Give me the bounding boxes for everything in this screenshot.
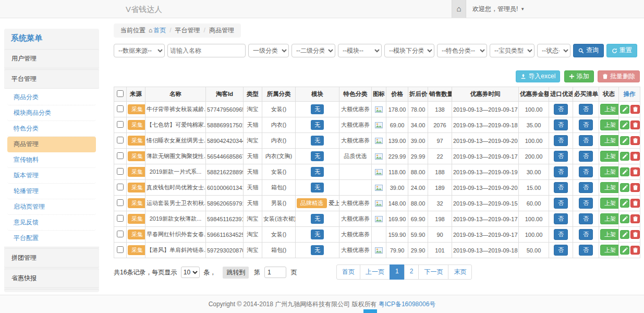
edit-button[interactable] <box>620 152 629 161</box>
row-checkbox[interactable] <box>117 184 124 190</box>
user-menu[interactable]: 欢迎您，管理员!▼ <box>472 0 525 18</box>
sidebar-group[interactable]: 拼团管理 <box>4 248 99 268</box>
filter-select-5[interactable]: --宝贝类型-- <box>490 44 534 57</box>
must-buy-button[interactable]: 否 <box>579 104 593 115</box>
sidebar-item[interactable]: 宣传物料 <box>7 152 96 168</box>
edit-button[interactable] <box>620 136 629 145</box>
status-button[interactable]: 上架 <box>600 229 619 240</box>
breadcrumb-home-link[interactable]: 首页 <box>153 27 166 34</box>
must-buy-button[interactable]: 否 <box>579 151 593 162</box>
batch-delete-button[interactable]: 批量删除 <box>598 70 640 82</box>
delete-button[interactable] <box>630 183 640 192</box>
import-choice-button[interactable]: 否 <box>554 229 568 240</box>
edit-button[interactable] <box>620 167 629 176</box>
row-checkbox[interactable] <box>117 215 124 222</box>
status-button[interactable]: 上架 <box>600 213 619 224</box>
import-choice-button[interactable]: 否 <box>554 166 568 177</box>
status-button[interactable]: 上架 <box>600 245 619 256</box>
import-choice-button[interactable]: 否 <box>554 119 568 130</box>
edit-button[interactable] <box>620 246 629 255</box>
sidebar-item[interactable]: 版本管理 <box>7 168 96 184</box>
search-input[interactable] <box>167 44 246 57</box>
status-button[interactable]: 上架 <box>600 135 619 146</box>
status-button[interactable]: 上架 <box>600 151 619 162</box>
pagination-button[interactable]: 1 <box>390 264 405 280</box>
per-page-select[interactable]: 10 <box>181 267 200 278</box>
sidebar-item[interactable]: 平台配置 <box>7 231 96 246</box>
must-buy-button[interactable]: 否 <box>579 119 593 130</box>
edit-button[interactable] <box>620 230 629 239</box>
sidebar-item[interactable]: 启动页管理 <box>7 199 96 215</box>
delete-button[interactable] <box>630 246 640 255</box>
import-choice-button[interactable]: 否 <box>554 198 568 209</box>
delete-button[interactable] <box>630 214 640 223</box>
filter-select-0[interactable]: 一级分类 <box>248 44 289 57</box>
filter-select-4[interactable]: --特色分类-- <box>437 44 487 57</box>
row-checkbox[interactable] <box>117 152 124 159</box>
select-all-checkbox[interactable] <box>117 90 124 97</box>
query-button[interactable]: 查询 <box>573 44 604 57</box>
must-buy-button[interactable]: 否 <box>579 213 593 224</box>
sidebar-group[interactable]: 消息管理 <box>4 289 99 292</box>
row-checkbox[interactable] <box>117 137 124 143</box>
must-buy-button[interactable]: 否 <box>579 135 593 146</box>
delete-button[interactable] <box>630 136 640 145</box>
sidebar-item[interactable]: 轮播管理 <box>7 184 96 199</box>
sidebar-item[interactable]: 商品管理 <box>7 137 96 152</box>
status-button[interactable]: 上架 <box>600 119 619 130</box>
edit-button[interactable] <box>620 214 629 223</box>
pagination-button[interactable]: 末页 <box>448 264 472 280</box>
pagination-button[interactable]: 上一页 <box>360 264 390 280</box>
icp-link[interactable]: 粤ICP备16098006号 <box>379 300 435 308</box>
sidebar-item[interactable]: 模块商品分类 <box>7 105 96 121</box>
pagination-button[interactable]: 下一页 <box>418 264 448 280</box>
page-number-input[interactable] <box>264 267 286 278</box>
status-button[interactable]: 上架 <box>600 166 619 177</box>
reset-button[interactable]: 重置 <box>606 44 637 57</box>
sidebar-item[interactable]: 特色分类 <box>7 121 96 137</box>
edit-button[interactable] <box>620 121 629 129</box>
sidebar-group[interactable]: 用户管理 <box>4 49 99 68</box>
row-checkbox[interactable] <box>117 199 124 206</box>
row-checkbox[interactable] <box>117 121 124 128</box>
filter-select-source[interactable]: --数据来源-- <box>114 44 165 57</box>
import-choice-button[interactable]: 否 <box>554 213 568 224</box>
must-buy-button[interactable]: 否 <box>579 245 593 256</box>
import-choice-button[interactable]: 否 <box>554 151 568 162</box>
import-choice-button[interactable]: 否 <box>554 182 568 193</box>
row-checkbox[interactable] <box>117 105 124 112</box>
filter-select-2[interactable]: --模块-- <box>338 44 382 57</box>
sidebar-group[interactable]: 平台管理 <box>4 69 99 89</box>
status-button[interactable]: 上架 <box>600 198 619 209</box>
must-buy-button[interactable]: 否 <box>579 166 593 177</box>
import-choice-button[interactable]: 否 <box>554 104 568 115</box>
delete-button[interactable] <box>630 105 640 114</box>
delete-button[interactable] <box>630 230 640 239</box>
delete-button[interactable] <box>630 152 640 161</box>
delete-button[interactable] <box>630 199 640 208</box>
filter-select-1[interactable]: --二级分类-- <box>291 44 335 57</box>
row-checkbox[interactable] <box>117 246 124 253</box>
row-checkbox[interactable] <box>117 168 124 175</box>
must-buy-button[interactable]: 否 <box>579 229 593 240</box>
filter-select-6[interactable]: --状态-- <box>537 44 570 57</box>
import-choice-button[interactable]: 否 <box>554 135 568 146</box>
sidebar-group[interactable]: 省惠快报 <box>4 269 99 288</box>
add-button[interactable]: 添加 <box>564 70 594 82</box>
edit-button[interactable] <box>620 199 629 208</box>
pagination-button[interactable]: 首页 <box>336 264 360 280</box>
must-buy-button[interactable]: 否 <box>579 198 593 209</box>
status-button[interactable]: 上架 <box>600 182 619 193</box>
delete-button[interactable] <box>630 121 640 129</box>
pagination-button[interactable]: 2 <box>404 264 419 280</box>
home-icon[interactable]: ⌂ <box>452 0 466 18</box>
must-buy-button[interactable]: 否 <box>579 182 593 193</box>
filter-select-3[interactable]: --模块下分类-- <box>384 44 434 57</box>
jump-button[interactable]: 跳转到 <box>223 267 249 279</box>
import-excel-button[interactable]: 导入excel <box>516 70 560 82</box>
import-choice-button[interactable]: 否 <box>554 245 568 256</box>
edit-button[interactable] <box>620 105 629 114</box>
status-button[interactable]: 上架 <box>600 104 619 115</box>
sidebar-item[interactable]: 意见反馈 <box>7 215 96 231</box>
sidebar-item[interactable]: 商品分类 <box>7 90 96 105</box>
